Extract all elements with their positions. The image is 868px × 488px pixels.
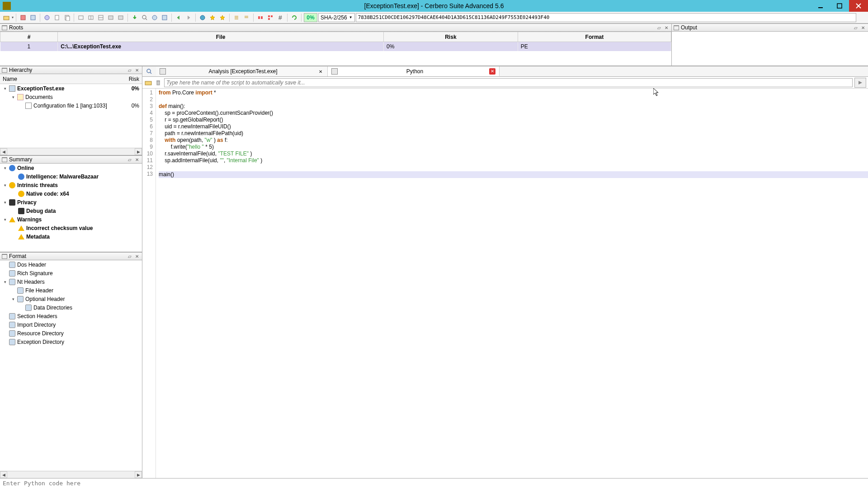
output-body[interactable]: [672, 32, 868, 66]
toolbar-button[interactable]: [266, 13, 275, 22]
hierarchy-item[interactable]: ▾ExceptionTest.exe0%: [0, 84, 142, 93]
editor-tabs: Analysis [ExceptionTest.exe]✕Python✕: [142, 66, 868, 77]
toolbar-button[interactable]: [76, 13, 85, 22]
toolbar-button[interactable]: [256, 13, 265, 22]
search-icon[interactable]: [142, 66, 156, 76]
risk-indicator: 0%: [304, 13, 317, 22]
star-icon[interactable]: [218, 13, 227, 22]
table-row[interactable]: 1C:\...\ExceptionTest.exe0%PE: [0, 42, 671, 51]
delete-script-icon[interactable]: [154, 79, 162, 87]
hierarchy-item[interactable]: ▾Documents: [0, 93, 142, 101]
summary-item[interactable]: ▾Warnings: [0, 215, 142, 224]
minimize-button[interactable]: [811, 0, 830, 12]
format-item[interactable]: Data Directories: [0, 303, 142, 312]
panel-float-button[interactable]: ▱: [656, 24, 662, 31]
warn-icon: [18, 234, 24, 239]
maximize-button[interactable]: [830, 0, 849, 12]
format-item[interactable]: ▾Nt Headers: [0, 277, 142, 286]
column-header[interactable]: Format: [518, 32, 671, 42]
column-header[interactable]: #: [0, 32, 58, 42]
panel-icon: [674, 25, 679, 30]
toolbar-button[interactable]: [86, 13, 95, 22]
format-item[interactable]: Section Headers: [0, 312, 142, 320]
format-item[interactable]: Import Directory: [0, 320, 142, 329]
format-item[interactable]: Rich Signature: [0, 269, 142, 277]
rad-icon: [9, 182, 15, 188]
roots-table[interactable]: #FileRiskFormat 1C:\...\ExceptionTest.ex…: [0, 32, 671, 51]
python-repl-input[interactable]: [0, 479, 868, 488]
panel-close-button[interactable]: ✕: [134, 156, 140, 163]
panel-float-button[interactable]: ▱: [127, 67, 133, 73]
close-button[interactable]: [849, 0, 868, 12]
toolbar-button[interactable]: [28, 13, 38, 22]
tab-close-button[interactable]: ✕: [317, 68, 324, 75]
open-file-button[interactable]: [2, 13, 11, 22]
open-script-icon[interactable]: [144, 79, 152, 87]
toolbar-button[interactable]: [96, 13, 105, 22]
format-item[interactable]: Exception Directory: [0, 338, 142, 346]
toolbar-button[interactable]: [160, 13, 169, 22]
search-icon[interactable]: [140, 13, 149, 22]
tab-close-button[interactable]: ✕: [489, 68, 495, 75]
summary-item[interactable]: ▾Intrinsic threats: [0, 181, 142, 189]
panel-float-button[interactable]: ▱: [853, 24, 859, 31]
summary-item[interactable]: Debug data: [0, 206, 142, 215]
download-icon[interactable]: [130, 13, 139, 22]
panel-float-button[interactable]: ▱: [127, 253, 133, 259]
forward-button[interactable]: [184, 13, 193, 22]
toolbar-button[interactable]: [19, 13, 28, 22]
toolbar-button[interactable]: [116, 13, 125, 22]
toolbar-button[interactable]: [242, 13, 251, 22]
toolbar-button[interactable]: [232, 13, 241, 22]
toolbar-button[interactable]: [150, 13, 159, 22]
panel-float-button[interactable]: ▱: [127, 156, 133, 163]
svg-rect-30: [268, 15, 270, 17]
editor-tab[interactable]: Analysis [ExceptionTest.exe]✕: [156, 66, 328, 76]
summary-item[interactable]: Native code: x64: [0, 189, 142, 198]
code-editor[interactable]: 12345678910111213 from Pro.Core import *…: [142, 89, 868, 478]
horizontal-scrollbar[interactable]: ◀▶: [0, 148, 142, 155]
panel-close-button[interactable]: ✕: [134, 253, 140, 259]
summary-item[interactable]: Incorrect checksum value: [0, 224, 142, 232]
hash-value-field[interactable]: 7838B251CD0CDE106297D48CAE6404D1A3D615C8…: [356, 13, 856, 22]
refresh-icon[interactable]: [290, 13, 299, 22]
globe-icon[interactable]: [198, 13, 207, 22]
format-item[interactable]: ▾Optional Header: [0, 295, 142, 303]
toolbar-button[interactable]: [42, 13, 52, 22]
summary-item[interactable]: Intelligence: MalwareBazaar: [0, 172, 142, 181]
summary-item[interactable]: Metadata: [0, 232, 142, 241]
warn-icon: [18, 225, 24, 231]
hash-algo-select[interactable]: SHA-2/256▼: [318, 13, 355, 22]
summary-tree[interactable]: ▾OnlineIntelligence: MalwareBazaar▾Intri…: [0, 164, 142, 252]
horizontal-scrollbar[interactable]: ◀▶: [0, 471, 142, 478]
column-header[interactable]: File: [58, 32, 384, 42]
panel-close-button[interactable]: ✕: [134, 67, 140, 73]
format-tree[interactable]: Dos HeaderRich Signature▾Nt HeadersFile …: [0, 260, 142, 471]
hierarchy-item[interactable]: Configuration file 1 [lang:1033]0%: [0, 101, 142, 110]
titlebar: [ExceptionTest.exe] - Cerbero Suite Adva…: [0, 0, 868, 12]
format-item[interactable]: Dos Header: [0, 260, 142, 269]
svg-rect-1: [837, 4, 842, 8]
svg-rect-16: [108, 16, 113, 19]
toolbar-button[interactable]: [106, 13, 115, 22]
run-script-button[interactable]: [854, 78, 866, 88]
panel-close-button[interactable]: ✕: [860, 24, 866, 31]
format-item[interactable]: File Header: [0, 286, 142, 295]
toolbar-button[interactable]: [62, 13, 71, 22]
roots-panel-title: Roots: [9, 24, 23, 31]
panel-close-button[interactable]: ✕: [663, 24, 670, 31]
back-button[interactable]: [174, 13, 183, 22]
hierarchy-tree[interactable]: ▾ExceptionTest.exe0%▾DocumentsConfigurat…: [0, 84, 142, 148]
editor-tab[interactable]: Python✕: [328, 66, 500, 76]
hierarchy-columns: Name Risk: [0, 74, 142, 84]
summary-item[interactable]: ▾Privacy: [0, 198, 142, 206]
format-item[interactable]: Resource Directory: [0, 329, 142, 338]
hash-icon[interactable]: #: [276, 13, 285, 22]
column-header[interactable]: Risk: [383, 32, 518, 42]
svg-line-34: [150, 72, 151, 74]
toolbar-button[interactable]: [857, 13, 866, 22]
summary-item[interactable]: ▾Online: [0, 164, 142, 172]
toolbar-button[interactable]: [52, 13, 61, 22]
star-icon[interactable]: [208, 13, 217, 22]
script-name-input[interactable]: [164, 78, 853, 87]
